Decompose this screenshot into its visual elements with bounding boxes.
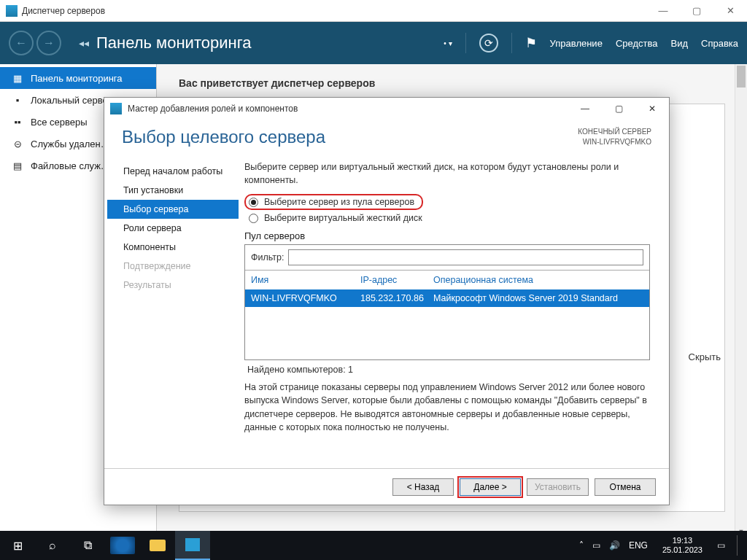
wizard-title: Мастер добавления ролей и компонентов <box>128 104 568 114</box>
server-table-header: Имя IP-адрес Операционная система <box>245 271 649 289</box>
tray-notifications-icon[interactable]: ▭ <box>717 540 725 551</box>
wizard-content: Выберите сервер или виртуальный жесткий … <box>239 156 657 468</box>
taskbar-ie[interactable] <box>105 531 140 560</box>
step-server-roles[interactable]: Роли сервера <box>107 219 239 238</box>
wizard-close-button[interactable]: ✕ <box>635 98 669 120</box>
notifications-flag-icon[interactable]: ⚑ <box>525 35 537 51</box>
file-services-icon: ▤ <box>12 160 23 171</box>
wizard-titlebar: Мастер добавления ролей и компонентов — … <box>104 98 669 120</box>
radio-vhd-label[interactable]: Выберите виртуальный жесткий диск <box>264 213 422 223</box>
tray-chevron-icon[interactable]: ˄ <box>579 540 584 551</box>
radio-server-pool-highlight: Выберите сервер из пула серверов <box>244 194 423 210</box>
app-titlebar: Диспетчер серверов — ▢ ✕ <box>0 0 747 22</box>
step-features[interactable]: Компоненты <box>107 238 239 257</box>
wizard-intro-text: Выберите сервер или виртуальный жесткий … <box>244 160 650 187</box>
menu-tools[interactable]: Средства <box>616 38 658 49</box>
computers-found-text: Найдено компьютеров: 1 <box>244 360 650 381</box>
col-ip[interactable]: IP-адрес <box>360 275 433 285</box>
destination-server-label: КОНЕЧНЫЙ СЕРВЕР WIN-LIVFRVQFMKO <box>578 127 651 147</box>
step-confirmation: Подтверждение <box>107 257 239 276</box>
nav-forward-button[interactable]: → <box>36 31 61 55</box>
taskbar-explorer[interactable] <box>140 531 175 560</box>
system-tray: ˄ ▭ 🔊 ENG 19:13 25.01.2023 ▭ <box>579 535 747 556</box>
wizard-info-text: На этой странице показаны серверы под уп… <box>244 381 650 434</box>
filter-label: Фильтр: <box>251 252 284 262</box>
server-manager-icon <box>185 538 200 551</box>
radio-server-pool[interactable] <box>249 198 258 207</box>
sidebar-item-label: Файловые служ… <box>31 160 110 171</box>
wizard-minimize-button[interactable]: — <box>568 98 602 120</box>
step-results: Результаты <box>107 276 239 295</box>
next-button[interactable]: Далее > <box>460 478 521 496</box>
menu-help[interactable]: Справка <box>701 38 738 49</box>
sidebar-item-label: Все серверы <box>31 117 88 128</box>
sidebar-item-label: Службы удален… <box>31 139 110 149</box>
tray-clock[interactable]: 19:13 25.01.2023 <box>657 536 708 555</box>
server-pool-box: Фильтр: Имя IP-адрес Операционная систем… <box>244 244 650 360</box>
welcome-heading: Вас приветствует диспетчер серверов <box>179 77 725 89</box>
nav-back-button[interactable]: ← <box>9 31 34 55</box>
menu-manage[interactable]: Управление <box>550 38 603 49</box>
ie-icon <box>110 537 135 554</box>
wizard-footer: < Назад Далее > Установить Отмена <box>104 468 669 505</box>
server-pool-label: Пул серверов <box>244 230 650 241</box>
minimize-button[interactable]: — <box>646 0 680 22</box>
filter-input[interactable] <box>288 249 643 265</box>
show-desktop-button[interactable] <box>737 535 741 556</box>
cell-ip: 185.232.170.86 <box>360 293 433 303</box>
hide-link[interactable]: Скрыть <box>689 351 721 362</box>
remote-desktop-icon: ⊝ <box>12 138 23 149</box>
radio-server-pool-label[interactable]: Выберите сервер из пула серверов <box>264 197 414 207</box>
menu-view[interactable]: Вид <box>670 38 688 49</box>
refresh-icon[interactable]: ⟳ <box>479 34 498 52</box>
breadcrumb-text: Панель мониторинга <box>96 34 251 52</box>
breadcrumb: ◂◂ Панель мониторинга <box>79 34 251 52</box>
taskbar: ⊞ ⌕ ⧉ ˄ ▭ 🔊 ENG 19:13 25.01.2023 ▭ <box>0 531 747 560</box>
sidebar-item-dashboard[interactable]: ▦ Панель мониторинга <box>0 67 156 89</box>
folder-icon <box>150 540 166 551</box>
cell-name: WIN-LIVFRVQFMKO <box>251 293 360 303</box>
app-icon <box>6 5 18 17</box>
cell-os: Майкрософт Windows Server 2019 Standard <box>433 293 643 303</box>
wizard-icon <box>110 103 122 114</box>
cancel-button[interactable]: Отмена <box>595 478 656 496</box>
wizard-maximize-button[interactable]: ▢ <box>602 98 635 120</box>
taskbar-server-manager[interactable] <box>175 531 210 560</box>
server-manager-header: ← → ◂◂ Панель мониторинга • ▾ ⟳ ⚑ Управл… <box>0 22 747 64</box>
install-button: Установить <box>527 478 589 496</box>
header-dropdown-icon[interactable]: • ▾ <box>444 39 452 47</box>
dashboard-icon: ▦ <box>12 72 23 84</box>
radio-vhd[interactable] <box>249 214 258 223</box>
step-before-you-begin[interactable]: Перед началом работы <box>107 162 239 181</box>
app-title: Диспетчер серверов <box>22 6 646 16</box>
scrollbar-thumb[interactable] <box>737 66 746 88</box>
step-installation-type[interactable]: Тип установки <box>107 181 239 200</box>
servers-icon: ▪▪ <box>12 116 23 128</box>
search-icon[interactable]: ⌕ <box>35 531 70 560</box>
close-button[interactable]: ✕ <box>713 0 747 22</box>
tray-language[interactable]: ENG <box>629 540 648 551</box>
col-name[interactable]: Имя <box>251 275 360 285</box>
breadcrumb-chevron-icon: ◂◂ <box>79 37 89 49</box>
back-button[interactable]: < Назад <box>392 478 454 496</box>
tray-volume-icon[interactable]: 🔊 <box>609 540 620 551</box>
tray-network-icon[interactable]: ▭ <box>592 540 600 551</box>
main-scrollbar[interactable]: ▲ ▼ <box>735 64 747 538</box>
server-icon: ▪ <box>12 94 23 106</box>
step-server-selection[interactable]: Выбор сервера <box>107 200 239 219</box>
wizard-steps: Перед началом работы Тип установки Выбор… <box>107 156 239 468</box>
sidebar-item-label: Панель мониторинга <box>31 73 123 84</box>
add-roles-wizard: Мастер добавления ролей и компонентов — … <box>104 97 670 505</box>
task-view-icon[interactable]: ⧉ <box>70 531 105 560</box>
sidebar-item-label: Локальный сервер <box>31 95 113 106</box>
server-table-row[interactable]: WIN-LIVFRVQFMKO 185.232.170.86 Майкрософ… <box>245 289 649 307</box>
start-button[interactable]: ⊞ <box>0 531 35 560</box>
maximize-button[interactable]: ▢ <box>680 0 713 22</box>
wizard-heading: Выбор целевого сервера <box>122 127 578 147</box>
col-os[interactable]: Операционная система <box>433 275 643 285</box>
